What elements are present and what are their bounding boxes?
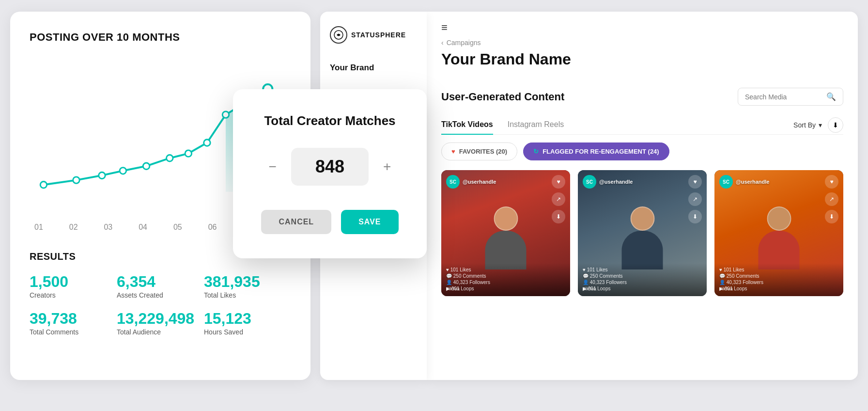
x-label-01: 01 bbox=[34, 223, 43, 232]
creator-name-1: @userhandle bbox=[463, 179, 496, 185]
result-hours-value: 15,123 bbox=[204, 311, 291, 326]
stat-loops-2: ▶ 601 Loops bbox=[583, 286, 702, 291]
analytics-title: POSTING OVER 10 MONTHS bbox=[30, 31, 291, 44]
result-assets-label: Assets Created bbox=[117, 291, 204, 299]
creator-handle-3: SC @userhandle bbox=[719, 175, 769, 189]
download-action-1[interactable]: ⬇ bbox=[552, 210, 565, 223]
heart-action-2[interactable]: ♥ bbox=[688, 175, 702, 189]
download-action-2[interactable]: ⬇ bbox=[688, 210, 702, 223]
stat-followers-2: 👤 40,323 Followers bbox=[583, 280, 702, 285]
breadcrumb-arrow-icon: ‹ bbox=[441, 39, 444, 47]
results-grid: 1,500 Creators 6,354 Assets Created 381,… bbox=[30, 274, 291, 336]
logo-text: STATUSPHERE bbox=[351, 31, 406, 39]
video-stats-1: ♥ 101 Likes 💬 250 Comments 👤 40,323 Foll… bbox=[441, 263, 570, 296]
x-label-06: 06 bbox=[208, 223, 217, 232]
heart-action-3[interactable]: ♥ bbox=[825, 175, 838, 189]
tiktok-logo-2: TikTok bbox=[583, 286, 596, 291]
breadcrumb: ‹ Campaigns bbox=[441, 39, 843, 47]
counter-value: 848 bbox=[291, 148, 369, 186]
svg-point-3 bbox=[99, 172, 106, 179]
chevron-down-icon: ▾ bbox=[819, 121, 822, 129]
ugc-header: User-Generated Content 🔍 bbox=[441, 88, 843, 106]
result-comments-label: Total Comments bbox=[30, 328, 117, 336]
x-label-03: 03 bbox=[104, 223, 112, 232]
video-grid: SC @userhandle ♥ ↗ ⬇ ♥ 101 Likes 💬 250 C… bbox=[441, 170, 843, 296]
svg-point-6 bbox=[167, 155, 173, 162]
svg-point-8 bbox=[204, 140, 211, 146]
share-action-2[interactable]: ↗ bbox=[688, 192, 702, 206]
ugc-title: User-Generated Content bbox=[441, 91, 564, 103]
result-hours: 15,123 Hours Saved bbox=[204, 311, 291, 336]
video-stats-3: ♥ 101 Likes 💬 250 Comments 👤 40,323 Foll… bbox=[714, 263, 843, 296]
stat-likes-1: ♥ 101 Likes bbox=[446, 267, 565, 272]
download-action-3[interactable]: ⬇ bbox=[825, 210, 838, 223]
video-card-1[interactable]: SC @userhandle ♥ ↗ ⬇ ♥ 101 Likes 💬 250 C… bbox=[441, 170, 570, 296]
stat-comments-2: 💬 250 Comments bbox=[583, 273, 702, 279]
flagged-filter-label: FLAGGED FOR RE-ENGAGEMENT (24) bbox=[542, 148, 659, 155]
sidebar-logo: STATUSPHERE bbox=[330, 26, 417, 44]
results-section: RESULTS 1,500 Creators 6,354 Assets Crea… bbox=[30, 251, 291, 336]
sort-by-button[interactable]: Sort By ▾ bbox=[793, 121, 822, 129]
x-label-05: 05 bbox=[173, 223, 182, 232]
video-card-3[interactable]: SC @userhandle ♥ ↗ ⬇ ♥ 101 Likes 💬 250 C… bbox=[714, 170, 843, 296]
sort-label: Sort By bbox=[793, 121, 816, 129]
result-assets: 6,354 Assets Created bbox=[117, 274, 204, 299]
result-creators: 1,500 Creators bbox=[30, 274, 117, 299]
svg-point-1 bbox=[40, 182, 47, 189]
favorites-filter-label: FAVORITES (20) bbox=[459, 148, 507, 155]
tabs: TikTok Videos Instagram Reels bbox=[441, 115, 564, 134]
save-button[interactable]: SAVE bbox=[341, 210, 398, 234]
video-actions-3: ♥ ↗ ⬇ bbox=[825, 175, 838, 223]
svg-point-4 bbox=[120, 168, 126, 174]
increment-button[interactable]: + bbox=[378, 159, 396, 174]
download-button[interactable]: ⬇ bbox=[828, 117, 843, 133]
stat-likes-2: ♥ 101 Likes bbox=[583, 267, 702, 272]
search-icon: 🔍 bbox=[826, 92, 836, 101]
svg-point-2 bbox=[73, 177, 80, 184]
creator-matches-modal: Total Creator Matches − 848 + CANCEL SAV… bbox=[233, 89, 427, 258]
filter-row: ♥ FAVORITES (20) ↻ FLAGGED FOR RE-ENGAGE… bbox=[441, 142, 843, 160]
result-hours-label: Hours Saved bbox=[204, 328, 291, 336]
stat-loops-1: ▶ 601 Loops bbox=[446, 286, 565, 291]
stat-loops-3: ▶ 601 Loops bbox=[719, 286, 838, 291]
search-box[interactable]: 🔍 bbox=[738, 88, 843, 106]
modal-overlay: Total Creator Matches − 848 + CANCEL SAV… bbox=[233, 89, 427, 258]
x-label-02: 02 bbox=[69, 223, 78, 232]
tabs-row: TikTok Videos Instagram Reels Sort By ▾ … bbox=[441, 115, 843, 135]
sidebar-brand: Your Brand bbox=[330, 63, 417, 73]
favorites-filter-button[interactable]: ♥ FAVORITES (20) bbox=[441, 142, 517, 160]
result-likes-value: 381,935 bbox=[204, 274, 291, 289]
tab-tiktok-videos[interactable]: TikTok Videos bbox=[441, 115, 493, 135]
page-title: Your Brand Name bbox=[441, 50, 843, 68]
cancel-button[interactable]: CANCEL bbox=[261, 210, 331, 234]
creator-name-2: @userhandle bbox=[599, 179, 633, 185]
stat-comments-3: 💬 250 Comments bbox=[719, 273, 838, 279]
creator-avatar-1: SC bbox=[446, 175, 460, 189]
ugc-section: User-Generated Content 🔍 TikTok Videos I… bbox=[427, 78, 858, 380]
sort-control: Sort By ▾ ⬇ bbox=[793, 117, 843, 133]
heart-action-1[interactable]: ♥ bbox=[552, 175, 565, 189]
video-actions-1: ♥ ↗ ⬇ bbox=[552, 175, 565, 223]
share-action-3[interactable]: ↗ bbox=[825, 192, 838, 206]
decrement-button[interactable]: − bbox=[264, 159, 281, 174]
modal-buttons: CANCEL SAVE bbox=[262, 210, 398, 234]
result-likes: 381,935 Total Likes bbox=[204, 274, 291, 299]
result-creators-label: Creators bbox=[30, 291, 117, 299]
video-actions-2: ♥ ↗ ⬇ bbox=[688, 175, 702, 223]
share-action-1[interactable]: ↗ bbox=[552, 192, 565, 206]
tiktok-logo-1: TikTok bbox=[446, 286, 460, 291]
stat-followers-1: 👤 40,323 Followers bbox=[446, 280, 565, 285]
video-overlay-1: SC @userhandle ♥ ↗ ⬇ bbox=[441, 170, 570, 228]
video-card-2[interactable]: SC @userhandle ♥ ↗ ⬇ ♥ 101 Likes 💬 250 C… bbox=[578, 170, 707, 296]
tiktok-logo-3: TikTok bbox=[719, 286, 733, 291]
result-assets-value: 6,354 bbox=[117, 274, 204, 289]
tab-instagram-reels[interactable]: Instagram Reels bbox=[508, 115, 564, 135]
flagged-filter-button[interactable]: ↻ FLAGGED FOR RE-ENGAGEMENT (24) bbox=[523, 142, 669, 160]
stat-comments-1: 💬 250 Comments bbox=[446, 273, 565, 279]
result-audience-label: Total Audience bbox=[117, 328, 204, 336]
screen-container: POSTING OVER 10 MONTHS bbox=[10, 12, 858, 399]
right-header: ≡ ‹ Campaigns Your Brand Name bbox=[427, 12, 858, 78]
breadcrumb-campaigns[interactable]: Campaigns bbox=[447, 39, 481, 47]
hamburger-menu[interactable]: ≡ bbox=[441, 21, 843, 34]
search-input[interactable] bbox=[745, 93, 822, 101]
